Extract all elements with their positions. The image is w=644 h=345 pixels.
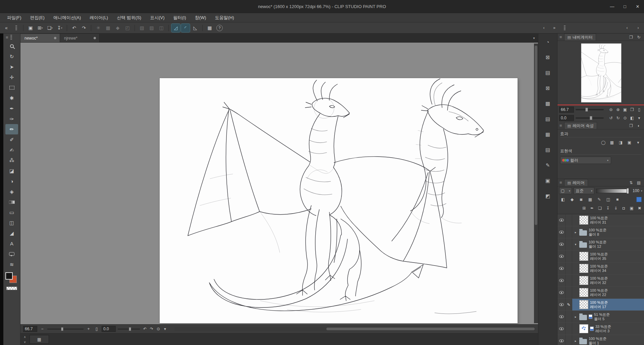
opacity-slider-thumb[interactable] bbox=[627, 188, 629, 194]
visibility-toggle[interactable] bbox=[557, 323, 566, 335]
help-button[interactable]: ? bbox=[216, 25, 223, 31]
rotate-left-icon[interactable]: ↺ bbox=[608, 115, 614, 121]
opacity-slider[interactable] bbox=[596, 189, 629, 193]
dock-scroll-right-icon[interactable]: › bbox=[635, 25, 641, 31]
menu-window[interactable]: 창(W) bbox=[191, 13, 211, 22]
expression-color-select[interactable]: 컬러 ▾ bbox=[560, 157, 611, 164]
layer-row[interactable]: 100 %표준레이어 22 bbox=[557, 287, 644, 299]
navigator-zoom-slider[interactable] bbox=[576, 109, 604, 110]
canvas[interactable] bbox=[160, 78, 518, 323]
layer-row-content[interactable]: 100 %표준레이어 35 bbox=[572, 250, 644, 262]
blend-tool[interactable]: ◑ bbox=[5, 176, 18, 186]
snap-to-ruler-button[interactable]: ◿ bbox=[171, 24, 180, 32]
folder-expander[interactable]: ▸ bbox=[574, 339, 578, 343]
delete-layer-icon[interactable]: ✖ bbox=[637, 205, 642, 212]
panel-grip-icon[interactable]: ≡ bbox=[559, 123, 562, 128]
pencil-palette-icon[interactable]: ✎ bbox=[543, 161, 552, 170]
stream-line-tool[interactable]: ≋ bbox=[5, 259, 18, 270]
layer-row-content[interactable]: 100 %표준레이어 22 bbox=[572, 287, 644, 298]
layer-row-content[interactable]: ▸51 %표준폴더 5 bbox=[572, 311, 644, 323]
layer-row-content[interactable]: ▸100 %표준폴더 1 bbox=[572, 335, 644, 345]
visibility-toggle[interactable] bbox=[557, 311, 566, 323]
palette-grip[interactable] bbox=[10, 35, 12, 40]
tone-effect-icon[interactable]: ▩ bbox=[609, 139, 615, 146]
options-icon[interactable]: ▾ bbox=[162, 326, 168, 332]
dock-collapse-icon[interactable]: ‹ bbox=[541, 25, 547, 31]
folder-palette-icon[interactable]: ▤ bbox=[543, 68, 552, 77]
visibility-toggle[interactable] bbox=[557, 226, 566, 238]
layer-row[interactable]: 100 %표준레이어 32 bbox=[557, 275, 644, 287]
close-button[interactable]: ✕ bbox=[635, 4, 641, 9]
zoom-slider-thumb[interactable] bbox=[61, 327, 63, 331]
reference-layer-icon[interactable]: ◆ bbox=[569, 196, 575, 203]
redo-icon[interactable]: ↷ bbox=[149, 326, 155, 332]
navigator-zoom-thumb[interactable] bbox=[585, 108, 588, 112]
apply-mask-icon[interactable]: ▣ bbox=[629, 205, 634, 212]
reset-view-icon[interactable]: ▯ bbox=[636, 106, 642, 113]
folder-3-palette-icon[interactable]: ▤ bbox=[543, 146, 552, 154]
palette-color-button[interactable] bbox=[636, 197, 642, 202]
fill-tool[interactable]: ◈ bbox=[5, 186, 18, 197]
layer-row-content[interactable]: ▾100 %표준폴더 12 bbox=[572, 238, 644, 250]
flip-horizontal-icon[interactable]: ◧ bbox=[629, 115, 635, 121]
refresh-icon[interactable]: ↻ bbox=[636, 34, 642, 40]
dock-scroll-left-icon[interactable]: ‹ bbox=[624, 25, 630, 31]
layer-row-content[interactable]: 100 %표준레이어 17 bbox=[572, 299, 644, 310]
layer-row-content[interactable]: 100 %표준레이어 34 bbox=[572, 263, 644, 274]
transfer-down-icon[interactable]: ↧ bbox=[605, 205, 610, 212]
frame-border-tool[interactable]: ◫ bbox=[5, 218, 18, 228]
horizontal-scrollbar-thumb[interactable] bbox=[326, 328, 535, 330]
layer-row[interactable]: 33 %표준레이어 3 bbox=[557, 323, 644, 335]
folder-expander[interactable]: ▸ bbox=[574, 315, 578, 319]
timeline-toggle-button[interactable]: ▦ bbox=[30, 335, 49, 344]
undo-button[interactable]: ↶ bbox=[70, 24, 78, 32]
navigate-tool[interactable]: ↻ bbox=[5, 51, 18, 62]
layer-row[interactable]: ▾100 %표준폴더 12 bbox=[557, 238, 644, 250]
navigator-tab[interactable]: ▤ 내비게이터 bbox=[564, 34, 596, 41]
blend-mode-select[interactable]: 표준 ▾ bbox=[574, 187, 594, 194]
snap-to-special-ruler-button[interactable]: ◜ bbox=[181, 24, 190, 32]
menu-help[interactable]: 도움말(H) bbox=[211, 13, 238, 22]
half-square-palette-icon[interactable]: ◩ bbox=[543, 192, 552, 200]
save-file-button[interactable]: ↧▾ bbox=[55, 24, 64, 32]
layer-list-icon[interactable]: ▤ bbox=[636, 179, 642, 186]
horizontal-scrollbar[interactable] bbox=[175, 327, 535, 331]
undo-icon[interactable]: ↶ bbox=[142, 326, 148, 332]
palette-menu-icon[interactable]: ≡ bbox=[6, 35, 8, 40]
gradient-tool[interactable] bbox=[5, 197, 18, 207]
layer-row[interactable]: 100 %표준레이어 34 bbox=[557, 263, 644, 275]
pencil-tool[interactable]: ✏ bbox=[5, 124, 18, 134]
layer-color-effect-icon[interactable]: ◨ bbox=[618, 139, 624, 146]
merge-down-icon[interactable]: ⇓ bbox=[613, 205, 619, 212]
layer-row[interactable]: ✎100 %표준레이어 17 bbox=[557, 299, 644, 311]
layer-row[interactable]: 100 %표준레이어 31 bbox=[557, 214, 644, 226]
visibility-toggle[interactable] bbox=[557, 214, 566, 226]
fit-to-window-icon[interactable]: ▣ bbox=[622, 106, 628, 113]
layer-row[interactable]: ▸51 %표준폴더 5 bbox=[557, 311, 644, 323]
colored-pencil-tool[interactable]: ✐ bbox=[5, 134, 18, 145]
minimize-button[interactable]: — bbox=[609, 4, 615, 9]
transparent-color-swatch[interactable] bbox=[6, 287, 17, 290]
more-options-icon[interactable]: ▾ bbox=[636, 115, 642, 121]
layer-row[interactable]: ▸100 %표준폴더 8 bbox=[557, 226, 644, 238]
folder-expander[interactable]: ▾ bbox=[574, 243, 578, 246]
visibility-toggle[interactable] bbox=[557, 238, 566, 250]
new-vector-layer-icon[interactable]: ✒ bbox=[590, 205, 595, 212]
popout-icon[interactable]: ❐ bbox=[628, 122, 634, 129]
navigator-zoom-input[interactable] bbox=[559, 107, 574, 113]
scroll-up-button[interactable]: ∧ bbox=[22, 335, 28, 339]
pen-tool[interactable]: ✒ bbox=[5, 103, 18, 114]
effect-more-icon[interactable]: ▾ bbox=[635, 139, 641, 146]
document-tab[interactable]: njrewe* bbox=[60, 34, 100, 42]
layers-tab[interactable]: ▤ 레이어 bbox=[564, 179, 588, 186]
zoom-slider[interactable] bbox=[47, 329, 84, 330]
document-tab[interactable]: newoc* bbox=[20, 34, 60, 42]
menu-file[interactable]: 파일(F) bbox=[3, 13, 26, 22]
vertical-scrollbar-thumb[interactable] bbox=[535, 46, 537, 225]
invert-selection-button[interactable]: ▨ bbox=[147, 24, 156, 32]
visibility-toggle[interactable] bbox=[557, 287, 566, 298]
snap-to-grid-button[interactable]: ◺ bbox=[191, 24, 200, 32]
border-effect-icon[interactable]: ◯ bbox=[600, 139, 606, 146]
extract-line-effect-icon[interactable]: ▣ bbox=[626, 139, 633, 146]
new-canvas-button[interactable]: ⊞▾ bbox=[36, 24, 45, 32]
